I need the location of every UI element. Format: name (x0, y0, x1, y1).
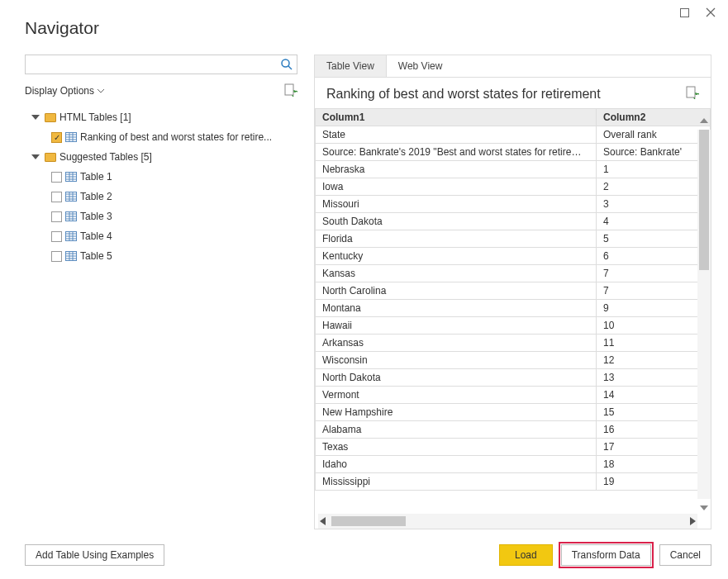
scroll-right-icon (690, 517, 696, 525)
display-options-dropdown[interactable]: Display Options (25, 85, 104, 97)
scroll-thumb[interactable] (699, 130, 709, 270)
table-icon (65, 231, 77, 241)
cell-col1: Mississippi (316, 473, 597, 491)
cell-col2: 5 (597, 230, 711, 248)
refresh-preview-icon[interactable] (686, 86, 699, 102)
table-row[interactable]: Vermont14 (316, 387, 711, 404)
transform-data-button[interactable]: Transform Data (561, 544, 651, 566)
chevron-down-icon (98, 89, 104, 93)
checkbox-checked[interactable]: ✓ (51, 132, 62, 143)
checkbox[interactable] (51, 192, 62, 202)
table-row[interactable]: New Hampshire15 (316, 404, 711, 421)
checkbox[interactable] (51, 211, 62, 222)
close-icon[interactable] (705, 7, 716, 18)
tab-web-view[interactable]: Web View (387, 55, 455, 77)
tree-item-label: Table 4 (80, 230, 112, 242)
tree-item-table-2[interactable]: Table 2 (25, 187, 297, 206)
table-row[interactable]: South Dakota4 (316, 213, 711, 230)
table-row[interactable]: Mississippi19 (316, 473, 711, 491)
table-row[interactable]: Idaho18 (316, 456, 711, 473)
cell-col1: Vermont (316, 387, 597, 404)
table-row[interactable]: Arkansas11 (316, 335, 711, 352)
svg-line-2 (288, 66, 292, 69)
table-row[interactable]: Montana9 (316, 300, 711, 317)
search-icon[interactable] (280, 58, 293, 74)
checkbox[interactable] (51, 231, 62, 242)
tree-folder-suggested-tables[interactable]: Suggested Tables [5] (25, 147, 297, 167)
table-row[interactable]: StateOverall rank (316, 126, 711, 144)
tree-item-table-5[interactable]: Table 5 (25, 246, 297, 266)
tree-item-ranking[interactable]: ✓ Ranking of best and worst states for r… (25, 127, 297, 147)
table-row[interactable]: Missouri3 (316, 196, 711, 213)
table-icon (65, 251, 77, 261)
tree-item-table-1[interactable]: Table 1 (25, 167, 297, 187)
display-options-label: Display Options (25, 85, 94, 97)
preview-title: Ranking of best and worst states for ret… (326, 87, 601, 102)
scroll-thumb[interactable] (331, 516, 406, 526)
cell-col2: 17 (597, 439, 711, 456)
checkbox[interactable] (51, 251, 62, 262)
cell-col1: Source: Bankrate's 2019 "Best and worst … (316, 144, 597, 161)
table-row[interactable]: Alabama16 (316, 421, 711, 439)
checkbox[interactable] (51, 172, 62, 183)
table-row[interactable]: North Dakota13 (316, 369, 711, 387)
scroll-up-icon (700, 118, 708, 123)
cell-col1: Wisconsin (316, 352, 597, 369)
cancel-button[interactable]: Cancel (659, 544, 711, 566)
table-row[interactable]: Kansas7 (316, 265, 711, 282)
table-row[interactable]: Source: Bankrate's 2019 "Best and worst … (316, 144, 711, 161)
table-row[interactable]: North Carolina7 (316, 282, 711, 300)
cell-col2: 4 (597, 213, 711, 230)
cell-col2: 14 (597, 387, 711, 404)
scroll-left-icon (320, 517, 326, 525)
svg-rect-40 (687, 87, 695, 97)
cell-col2: 6 (597, 248, 711, 265)
cell-col2: 18 (597, 456, 711, 473)
cell-col2: 9 (597, 300, 711, 317)
table-row[interactable]: Texas17 (316, 439, 711, 456)
table-row[interactable]: Kentucky6 (316, 248, 711, 265)
table-row[interactable]: Iowa2 (316, 178, 711, 196)
cell-col1: Kentucky (316, 248, 597, 265)
table-row[interactable]: Nebraska1 (316, 161, 711, 178)
horizontal-scrollbar[interactable] (318, 514, 697, 529)
preview-pane: Table View Web View Ranking of best and … (314, 55, 711, 529)
cell-col1: Iowa (316, 178, 597, 196)
cell-col2: 3 (597, 196, 711, 213)
cell-col2: 11 (597, 335, 711, 352)
cell-col2: 19 (597, 473, 711, 491)
cell-col2: 13 (597, 369, 711, 387)
cell-col1: Florida (316, 230, 597, 248)
tree-item-table-3[interactable]: Table 3 (25, 206, 297, 226)
cell-col2: 7 (597, 282, 711, 300)
add-table-using-examples-button[interactable]: Add Table Using Examples (25, 544, 164, 566)
search-input[interactable] (26, 55, 297, 74)
vertical-scrollbar[interactable] (697, 130, 711, 499)
tree-item-table-4[interactable]: Table 4 (25, 226, 297, 246)
tree-folder-html-tables[interactable]: HTML Tables [1] (25, 107, 297, 127)
refresh-icon[interactable] (284, 83, 297, 99)
load-button[interactable]: Load (499, 544, 553, 566)
folder-icon (45, 153, 56, 162)
table-row[interactable]: Hawaii10 (316, 317, 711, 335)
cell-col1: Alabama (316, 421, 597, 439)
tab-table-view[interactable]: Table View (315, 55, 387, 77)
cell-col1: North Carolina (316, 282, 597, 300)
cell-col1: Montana (316, 300, 597, 317)
svg-rect-3 (285, 84, 293, 95)
table-row[interactable]: Wisconsin12 (316, 352, 711, 369)
cell-col2: 12 (597, 352, 711, 369)
table-row[interactable]: Florida5 (316, 230, 711, 248)
tree-item-label: Table 5 (80, 250, 112, 262)
maximize-icon[interactable] (678, 7, 690, 18)
table-icon (65, 132, 77, 142)
tree-item-label: Table 3 (80, 211, 112, 222)
column-header-1[interactable]: Column1 (316, 109, 597, 126)
data-grid: Column1 Column2 StateOverall rankSource:… (315, 108, 711, 491)
cell-col1: North Dakota (316, 369, 597, 387)
svg-point-1 (282, 59, 289, 67)
folder-icon (45, 113, 56, 122)
table-icon (65, 192, 77, 202)
column-header-2[interactable]: Column2 (597, 109, 711, 126)
cell-col2: Source: Bankrate' (597, 144, 711, 161)
